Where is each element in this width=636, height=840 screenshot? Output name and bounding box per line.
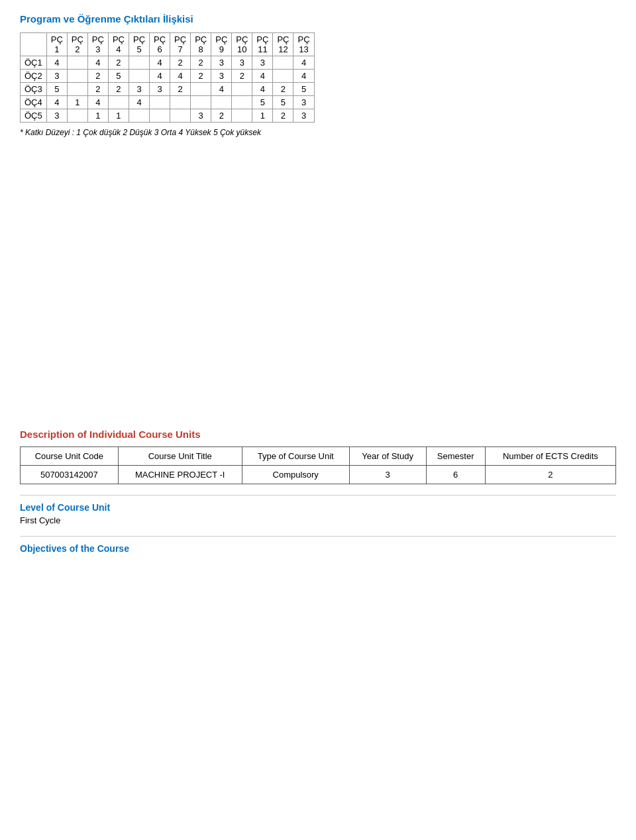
matrix-col-header: PÇ7 xyxy=(170,33,191,56)
matrix-cell xyxy=(191,83,211,96)
matrix-col-header: PÇ2 xyxy=(67,33,87,56)
matrix-cell: 5 xyxy=(293,83,314,96)
matrix-col-header: PÇ4 xyxy=(108,33,129,56)
matrix-cell: 2 xyxy=(273,83,293,96)
matrix-cell: 5 xyxy=(273,96,293,109)
matrix-cell: 3 xyxy=(129,83,149,96)
matrix-cell: 2 xyxy=(108,83,129,96)
matrix-cell: 1 xyxy=(67,96,87,109)
matrix-cell xyxy=(108,96,129,109)
matrix-cell xyxy=(67,83,87,96)
matrix-cell: 4 xyxy=(87,96,108,109)
matrix-cell xyxy=(232,83,252,96)
matrix-cell: 5 xyxy=(108,70,129,83)
note-text: * Katkı Düzeyi : 1 Çok düşük 2 Düşük 3 O… xyxy=(20,128,616,137)
matrix-row: ÖÇ44144553 xyxy=(21,96,315,109)
matrix-col-header: PÇ9 xyxy=(211,33,232,56)
matrix-row-label: ÖÇ2 xyxy=(21,70,47,83)
col-header-year: Year of Study xyxy=(349,447,426,466)
matrix-cell xyxy=(232,109,252,123)
matrix-cell xyxy=(273,70,293,83)
matrix-cell xyxy=(129,56,149,70)
matrix-cell xyxy=(211,96,232,109)
course-ects-cell: 2 xyxy=(485,466,615,484)
matrix-cell: 2 xyxy=(211,109,232,123)
matrix-cell xyxy=(67,56,87,70)
matrix-cell: 5 xyxy=(252,96,273,109)
matrix-cell: 3 xyxy=(293,109,314,123)
matrix-col-header: PÇ1 xyxy=(46,33,67,56)
matrix-cell: 4 xyxy=(129,96,149,109)
matrix-row: ÖÇ14424223334 xyxy=(21,56,315,70)
course-type-cell: Compulsory xyxy=(242,466,349,484)
matrix-cell: 2 xyxy=(87,70,108,83)
page-title: Program ve Öğrenme Çıktıları İlişkisi xyxy=(20,13,616,25)
matrix-cell xyxy=(129,70,149,83)
matrix-cell xyxy=(67,109,87,123)
level-value: First Cycle xyxy=(20,515,616,525)
matrix-cell: 2 xyxy=(170,83,191,96)
matrix-cell: 4 xyxy=(170,70,191,83)
matrix-cell: 2 xyxy=(191,70,211,83)
matrix-cell: 2 xyxy=(87,83,108,96)
matrix-row: ÖÇ23254423244 xyxy=(21,70,315,83)
matrix-col-header: PÇ5 xyxy=(129,33,149,56)
matrix-cell: 3 xyxy=(252,56,273,70)
matrix-cell xyxy=(150,109,170,123)
matrix-cell: 2 xyxy=(273,109,293,123)
matrix-col-header: PÇ10 xyxy=(232,33,252,56)
matrix-cell: 4 xyxy=(293,56,314,70)
col-header-semester: Semester xyxy=(426,447,485,466)
matrix-row-label: ÖÇ1 xyxy=(21,56,47,70)
matrix-col-header: PÇ8 xyxy=(191,33,211,56)
objectives-title: Objectives of the Course xyxy=(20,536,616,554)
matrix-cell: 3 xyxy=(211,56,232,70)
matrix-cell: 3 xyxy=(191,109,211,123)
matrix-cell xyxy=(273,56,293,70)
matrix-cell: 4 xyxy=(150,56,170,70)
matrix-cell: 4 xyxy=(293,70,314,83)
matrix-col-header: PÇ12 xyxy=(273,33,293,56)
matrix-cell: 1 xyxy=(87,109,108,123)
matrix-cell: 5 xyxy=(46,83,67,96)
matrix-cell xyxy=(129,109,149,123)
course-units-table: Course Unit Code Course Unit Title Type … xyxy=(20,446,616,484)
matrix-cell: 4 xyxy=(211,83,232,96)
matrix-cell: 3 xyxy=(211,70,232,83)
matrix-cell: 4 xyxy=(252,70,273,83)
program-matrix-table: PÇ1 PÇ2 PÇ3 PÇ4 PÇ5 PÇ6 PÇ7 PÇ8 PÇ9 PÇ10… xyxy=(20,32,315,123)
matrix-row: ÖÇ35223324425 xyxy=(21,83,315,96)
matrix-cell: 3 xyxy=(293,96,314,109)
col-header-code: Course Unit Code xyxy=(21,447,119,466)
course-code-cell: 507003142007 xyxy=(21,466,119,484)
matrix-col-header: PÇ6 xyxy=(150,33,170,56)
matrix-cell: 4 xyxy=(252,83,273,96)
matrix-cell xyxy=(191,96,211,109)
matrix-cell: 1 xyxy=(252,109,273,123)
matrix-cell: 2 xyxy=(170,56,191,70)
table-row: 507003142007 MACHINE PROJECT -I Compulso… xyxy=(21,466,616,484)
matrix-cell: 3 xyxy=(150,83,170,96)
col-header-type: Type of Course Unit xyxy=(242,447,349,466)
matrix-col-header: PÇ3 xyxy=(87,33,108,56)
level-section: Level of Course Unit First Cycle xyxy=(20,495,616,525)
matrix-cell: 2 xyxy=(232,70,252,83)
matrix-row-label: ÖÇ4 xyxy=(21,96,47,109)
matrix-row: ÖÇ531132123 xyxy=(21,109,315,123)
matrix-cell: 4 xyxy=(150,70,170,83)
matrix-row-label: ÖÇ3 xyxy=(21,83,47,96)
col-header-ects: Number of ECTS Credits xyxy=(485,447,615,466)
matrix-col-header: PÇ11 xyxy=(252,33,273,56)
course-semester-cell: 6 xyxy=(426,466,485,484)
matrix-cell: 4 xyxy=(46,56,67,70)
course-title-cell: MACHINE PROJECT -I xyxy=(118,466,242,484)
matrix-cell: 3 xyxy=(46,70,67,83)
description-section-title: Description of Individual Course Units xyxy=(20,429,616,440)
matrix-cell: 2 xyxy=(191,56,211,70)
matrix-cell xyxy=(170,96,191,109)
matrix-cell xyxy=(170,109,191,123)
matrix-cell: 1 xyxy=(108,109,129,123)
matrix-cell xyxy=(67,70,87,83)
matrix-cell: 4 xyxy=(46,96,67,109)
matrix-row-label: ÖÇ5 xyxy=(21,109,47,123)
